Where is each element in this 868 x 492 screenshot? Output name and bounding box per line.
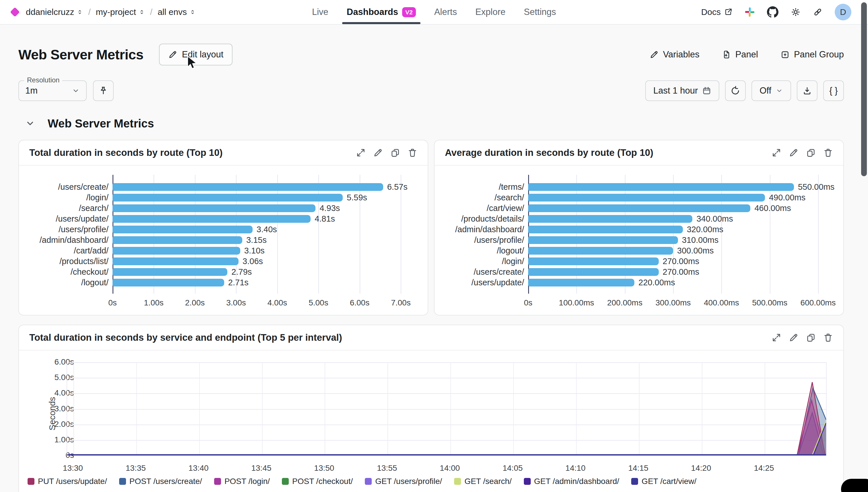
user-avatar[interactable]: D: [835, 4, 851, 20]
panel-duration-by-service-endpoint: Total duration in seconds by service and…: [18, 325, 844, 492]
category-labels: /terms//search//cart/view//products/deta…: [435, 175, 524, 288]
tab-explore[interactable]: Explore: [475, 0, 505, 24]
category-label: /users/create/: [435, 267, 524, 277]
bar[interactable]: [113, 236, 242, 244]
expand-icon[interactable]: [356, 148, 366, 157]
legend-item[interactable]: PUT /users/update/: [28, 477, 107, 486]
series-line: [67, 423, 826, 455]
expand-icon[interactable]: [772, 333, 781, 342]
section-title: Web Server Metrics: [48, 117, 154, 130]
collapse-chevron-icon[interactable]: [25, 119, 35, 128]
share-link-icon[interactable]: [813, 7, 823, 17]
edit-panel-icon[interactable]: [789, 148, 798, 157]
edit-panel-icon[interactable]: [373, 148, 383, 157]
breadcrumb-project[interactable]: my-project: [96, 7, 145, 17]
x-axis-tick-label: 13:30: [63, 464, 83, 473]
bar[interactable]: [528, 215, 692, 223]
bar[interactable]: [113, 268, 227, 276]
tab-dashboards[interactable]: Dashboards V2: [347, 0, 416, 24]
duplicate-panel-icon[interactable]: [806, 333, 816, 342]
bar[interactable]: [528, 194, 765, 201]
category-label: /users/create/: [19, 182, 108, 192]
corner-widget[interactable]: [841, 479, 868, 492]
vertical-scrollbar[interactable]: [861, 2, 867, 176]
bar-chart-average-duration-by-route: /terms//search//cart/view//products/deta…: [435, 174, 843, 309]
delete-panel-icon[interactable]: [823, 148, 833, 157]
resolution-select[interactable]: Resolution 1m: [18, 80, 87, 101]
bar-value-label: 4.93s: [320, 203, 340, 213]
tab-alerts[interactable]: Alerts: [434, 0, 457, 24]
delete-panel-icon[interactable]: [407, 148, 417, 157]
auto-refresh-select[interactable]: Off: [751, 80, 791, 101]
bar[interactable]: [528, 183, 794, 191]
bar[interactable]: [528, 226, 683, 233]
bar-rows: 550.00ms490.00ms460.00ms340.00ms320.00ms…: [528, 175, 835, 288]
panel-header: Total duration in seconds by service and…: [19, 325, 843, 350]
bar[interactable]: [113, 215, 311, 223]
tab-live[interactable]: Live: [312, 0, 328, 24]
tab-settings[interactable]: Settings: [524, 0, 556, 24]
refresh-button[interactable]: [725, 80, 746, 101]
bar[interactable]: [528, 247, 673, 254]
bar-value-label: 2.71s: [228, 278, 249, 287]
github-icon[interactable]: [767, 6, 778, 18]
series-line: [67, 382, 826, 455]
bar[interactable]: [528, 236, 678, 244]
panel-header: Total duration in seconds by route (Top …: [19, 140, 428, 166]
legend-item[interactable]: GET /search/: [454, 477, 512, 486]
panel-label: Panel: [736, 49, 758, 60]
bar[interactable]: [113, 226, 253, 233]
axis-tick-label: 2.00s: [185, 298, 205, 308]
json-view-button[interactable]: { }: [823, 80, 844, 101]
add-panel-button[interactable]: Panel: [722, 49, 758, 60]
variables-label: Variables: [663, 49, 699, 60]
duplicate-panel-icon[interactable]: [390, 148, 400, 157]
bar[interactable]: [113, 257, 239, 265]
light-mode-icon[interactable]: [791, 7, 801, 17]
category-label: /admin/dashboard/: [435, 224, 524, 235]
legend-item[interactable]: POST /checkout/: [282, 477, 353, 486]
x-axis-tick-label: 13:55: [377, 464, 397, 473]
download-button[interactable]: [797, 80, 817, 101]
time-range-button[interactable]: Last 1 hour: [645, 80, 719, 101]
slack-icon[interactable]: [745, 7, 755, 17]
bar[interactable]: [528, 268, 659, 276]
legend-item[interactable]: GET /admin/dashboard/: [524, 477, 619, 486]
docs-link[interactable]: Docs: [701, 7, 733, 17]
bar-value-label: 320.00ms: [687, 225, 723, 234]
bar[interactable]: [528, 204, 750, 212]
legend-item[interactable]: POST /users/create/: [119, 477, 202, 486]
timeseries-plot-area[interactable]: [67, 362, 827, 456]
resolution-value: 1m: [25, 85, 38, 96]
add-panel-group-button[interactable]: Panel Group: [780, 49, 844, 60]
expand-icon[interactable]: [772, 148, 781, 157]
sort-chevrons-icon: [139, 9, 145, 15]
breadcrumb-org[interactable]: ddanielcruzz: [26, 7, 83, 17]
bar-value-label: 460.00ms: [754, 203, 791, 213]
app-logo-icon[interactable]: [10, 7, 20, 17]
bar-row: 2.79s: [113, 267, 419, 277]
bar[interactable]: [528, 257, 659, 265]
bar[interactable]: [528, 279, 634, 287]
delete-panel-icon[interactable]: [823, 333, 833, 342]
duplicate-panel-icon[interactable]: [806, 148, 816, 157]
bar[interactable]: [113, 194, 343, 201]
legend-item[interactable]: GET /users/profile/: [365, 477, 442, 486]
category-label: /users/profile/: [19, 224, 108, 235]
bar-value-label: 2.79s: [231, 267, 252, 277]
bar[interactable]: [113, 183, 383, 191]
breadcrumb-env[interactable]: all envs: [157, 7, 196, 17]
bar[interactable]: [113, 247, 240, 254]
legend-item[interactable]: POST /login/: [214, 477, 270, 486]
bar-row: 3.10s: [113, 245, 419, 256]
refresh-icon: [730, 86, 740, 96]
bar[interactable]: [113, 204, 316, 212]
edit-panel-icon[interactable]: [789, 333, 798, 342]
variables-button[interactable]: Variables: [650, 49, 699, 60]
panel-total-duration-by-route: Total duration in seconds by route (Top …: [18, 140, 428, 316]
legend-item[interactable]: GET /cart/view/: [631, 477, 696, 486]
bar[interactable]: [113, 279, 224, 287]
edit-layout-button[interactable]: Edit layout: [159, 44, 233, 66]
panel-group-header: Web Server Metrics: [25, 114, 154, 132]
pin-resolution-button[interactable]: [93, 80, 114, 101]
